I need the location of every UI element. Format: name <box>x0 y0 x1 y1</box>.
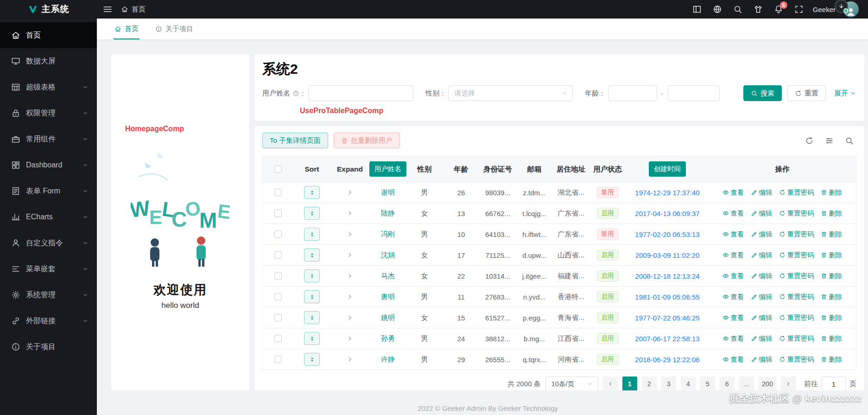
reset-action-link[interactable]: 重置密码 <box>779 251 814 260</box>
reset-action-link[interactable]: 重置密码 <box>779 209 814 218</box>
edit-action-link[interactable]: 编辑 <box>751 313 773 322</box>
theme-icon[interactable] <box>754 5 763 14</box>
bell-icon[interactable]: 5 <box>774 5 783 14</box>
page-button-5[interactable]: 5 <box>700 377 715 390</box>
expand-row-icon[interactable] <box>346 189 354 196</box>
page-button-2[interactable]: 2 <box>642 377 657 390</box>
edit-action-link[interactable]: 编辑 <box>751 293 773 301</box>
reset-action-link[interactable]: 重置密码 <box>779 334 814 343</box>
sort-button[interactable] <box>304 186 320 199</box>
refresh-icon[interactable] <box>805 136 814 145</box>
created-time-link[interactable]: 1977-02-20 06:53:13 <box>635 230 699 238</box>
column-header-button[interactable]: 创建时间 <box>649 161 686 176</box>
more-pages-button[interactable]: ... <box>739 377 754 390</box>
eye-action-link[interactable]: 查看 <box>722 293 744 301</box>
sidebar-item-lock[interactable]: 权限管理 <box>0 100 97 126</box>
reset-action-link[interactable]: 重置密码 <box>779 188 814 197</box>
edit-action-link[interactable]: 编辑 <box>751 230 773 239</box>
reset-action-link[interactable]: 重置密码 <box>779 355 814 364</box>
sort-button[interactable] <box>304 207 320 220</box>
eye-action-link[interactable]: 查看 <box>722 188 744 197</box>
eye-action-link[interactable]: 查看 <box>722 251 744 260</box>
sort-button[interactable] <box>304 353 320 366</box>
edit-action-link[interactable]: 编辑 <box>751 188 773 197</box>
hamburger-icon[interactable] <box>102 4 113 14</box>
user-name-link[interactable]: 谢明 <box>381 188 395 197</box>
row-checkbox[interactable] <box>274 293 282 300</box>
expand-row-icon[interactable] <box>346 314 354 321</box>
edit-action-link[interactable]: 编辑 <box>751 355 773 364</box>
sidebar-item-briefcase[interactable]: 常用组件 <box>0 126 97 152</box>
delete-action-link[interactable]: 删除 <box>821 230 843 239</box>
sidebar-item-table[interactable]: 超级表格 <box>0 74 97 100</box>
row-checkbox[interactable] <box>274 230 282 238</box>
sidebar-item-link[interactable]: 外部链接 <box>0 308 97 334</box>
delete-action-link[interactable]: 删除 <box>821 251 843 260</box>
next-page-button[interactable] <box>781 377 796 390</box>
reset-action-link[interactable]: 重置密码 <box>779 230 814 239</box>
delete-action-link[interactable]: 删除 <box>821 293 843 301</box>
sidebar-item-user[interactable]: 自定义指令 <box>0 230 97 256</box>
sidebar-item-gear[interactable]: 系统管理 <box>0 282 97 308</box>
download-badge[interactable] <box>835 0 848 13</box>
user-name-link[interactable]: 姚明 <box>381 313 395 322</box>
created-time-link[interactable]: 1974-12-29 17:37:40 <box>635 189 699 197</box>
user-name-link[interactable]: 孙勇 <box>381 334 395 343</box>
page-size-select[interactable]: 10条/页 <box>545 377 598 390</box>
row-checkbox[interactable] <box>274 335 282 342</box>
language-icon[interactable] <box>713 5 722 14</box>
eye-action-link[interactable]: 查看 <box>722 313 744 322</box>
page-button-3[interactable]: 3 <box>661 377 676 390</box>
created-time-link[interactable]: 2008-12-18 12:13:24 <box>635 272 699 280</box>
expand-row-icon[interactable] <box>346 272 354 280</box>
page-button-6[interactable]: 6 <box>720 377 735 390</box>
delete-action-link[interactable]: 删除 <box>821 209 843 218</box>
user-name-link[interactable]: 沈娟 <box>381 251 395 260</box>
reset-action-link[interactable]: 重置密码 <box>779 272 814 281</box>
page-button-200[interactable]: 200 <box>759 377 776 390</box>
created-time-link[interactable]: 1981-01-09 05:06:55 <box>635 293 699 301</box>
reset-button[interactable]: 重置 <box>787 85 826 101</box>
created-time-link[interactable]: 2009-03-09 11:02:20 <box>635 251 699 259</box>
sort-button[interactable] <box>304 269 320 282</box>
name-input[interactable] <box>308 85 413 101</box>
edit-action-link[interactable]: 编辑 <box>751 272 773 281</box>
goto-page-input[interactable] <box>822 377 846 390</box>
eye-action-link[interactable]: 查看 <box>722 209 744 218</box>
search-icon[interactable] <box>733 5 742 14</box>
expand-link[interactable]: 展开 <box>834 89 856 98</box>
user-name-link[interactable]: 冯刚 <box>381 230 395 239</box>
expand-row-icon[interactable] <box>346 210 354 217</box>
eye-action-link[interactable]: 查看 <box>722 355 744 364</box>
username[interactable]: Geeker <box>813 6 836 13</box>
sort-button[interactable] <box>304 228 320 241</box>
created-time-link[interactable]: 2018-06-29 12:22:06 <box>635 356 699 364</box>
breadcrumb[interactable]: 首页 <box>121 5 146 14</box>
delete-action-link[interactable]: 删除 <box>821 334 843 343</box>
expand-row-icon[interactable] <box>346 251 354 259</box>
sidebar-item-dashboard[interactable]: Dashboard <box>0 152 97 178</box>
eye-action-link[interactable]: 查看 <box>722 334 744 343</box>
edit-action-link[interactable]: 编辑 <box>751 334 773 343</box>
avatar[interactable] <box>843 1 859 17</box>
created-time-link[interactable]: 1977-07-22 05:46:25 <box>635 314 699 322</box>
row-checkbox[interactable] <box>274 314 282 321</box>
sort-button[interactable] <box>304 311 320 324</box>
user-name-link[interactable]: 许静 <box>381 355 395 364</box>
age-max-input[interactable] <box>668 85 720 101</box>
row-checkbox[interactable] <box>274 272 282 280</box>
edit-action-link[interactable]: 编辑 <box>751 209 773 218</box>
delete-action-link[interactable]: 删除 <box>821 188 843 197</box>
expand-row-icon[interactable] <box>346 293 354 300</box>
question-icon[interactable] <box>292 90 299 97</box>
delete-action-link[interactable]: 删除 <box>821 272 843 281</box>
edit-action-link[interactable]: 编辑 <box>751 251 773 260</box>
search-button[interactable]: 搜索 <box>743 85 782 101</box>
app-logo[interactable]: 主系统 <box>0 0 97 19</box>
eye-action-link[interactable]: 查看 <box>722 272 744 281</box>
expand-row-icon[interactable] <box>346 230 354 238</box>
sidebar-item-screen[interactable]: 数据大屏 <box>0 48 97 74</box>
sidebar-item-chart[interactable]: ECharts <box>0 204 97 230</box>
row-checkbox[interactable] <box>274 356 282 363</box>
sidebar-item-form[interactable]: 表单 Form <box>0 178 97 204</box>
